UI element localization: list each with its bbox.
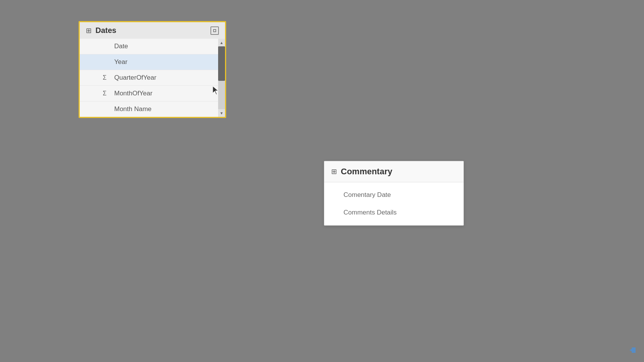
list-item[interactable]: Σ Date — [80, 39, 225, 54]
table-icon: ⊞ — [86, 26, 92, 35]
scrollbar[interactable]: ▲ ▼ — [218, 39, 225, 117]
commentary-card-title: Commentary — [341, 167, 392, 177]
scroll-thumb[interactable] — [218, 46, 225, 81]
dates-card-header: ⊞ Dates — [80, 22, 225, 39]
commentary-card-header: ⊞ Commentary — [324, 161, 463, 182]
field-label: Comentary Date — [343, 191, 391, 198]
field-label: Month Name — [114, 105, 151, 113]
commentary-table-icon: ⊞ — [331, 167, 337, 176]
commentary-card: ⊞ Commentary Comentary Date Comments Det… — [324, 161, 464, 226]
dates-card-title: Dates — [95, 26, 207, 35]
collapse-button-inner — [213, 29, 216, 32]
dates-field-list: Σ Date Σ Year Σ QuarterOfYear Σ MonthOfY… — [80, 39, 225, 117]
field-label: Date — [114, 43, 128, 50]
list-item[interactable]: Σ Month Name — [80, 102, 225, 117]
list-item[interactable]: Comentary Date — [324, 186, 463, 204]
field-label: MonthOfYear — [114, 90, 153, 97]
scroll-down-button[interactable]: ▼ — [218, 109, 225, 117]
list-item[interactable]: Comments Details — [324, 204, 463, 221]
sigma-icon: Σ — [103, 74, 110, 81]
dates-card-body: Σ Date Σ Year Σ QuarterOfYear Σ MonthOfY… — [80, 39, 225, 117]
field-label: Comments Details — [343, 209, 397, 216]
sigma-icon: Σ — [103, 90, 110, 97]
field-label: QuarterOfYear — [114, 74, 156, 82]
dates-card: ⊞ Dates Σ Date Σ Year Σ QuarterOfYear Σ … — [79, 21, 226, 118]
list-item[interactable]: Σ MonthOfYear — [80, 86, 225, 102]
scroll-track[interactable] — [218, 46, 225, 109]
collapse-button[interactable] — [210, 26, 219, 35]
list-item[interactable]: Σ QuarterOfYear — [80, 70, 225, 86]
commentary-card-body: Comentary Date Comments Details — [324, 182, 463, 225]
field-label: Year — [114, 58, 127, 66]
list-item[interactable]: Σ Year — [80, 54, 225, 70]
corner-icon — [629, 346, 637, 356]
scroll-up-button[interactable]: ▲ — [218, 39, 225, 46]
